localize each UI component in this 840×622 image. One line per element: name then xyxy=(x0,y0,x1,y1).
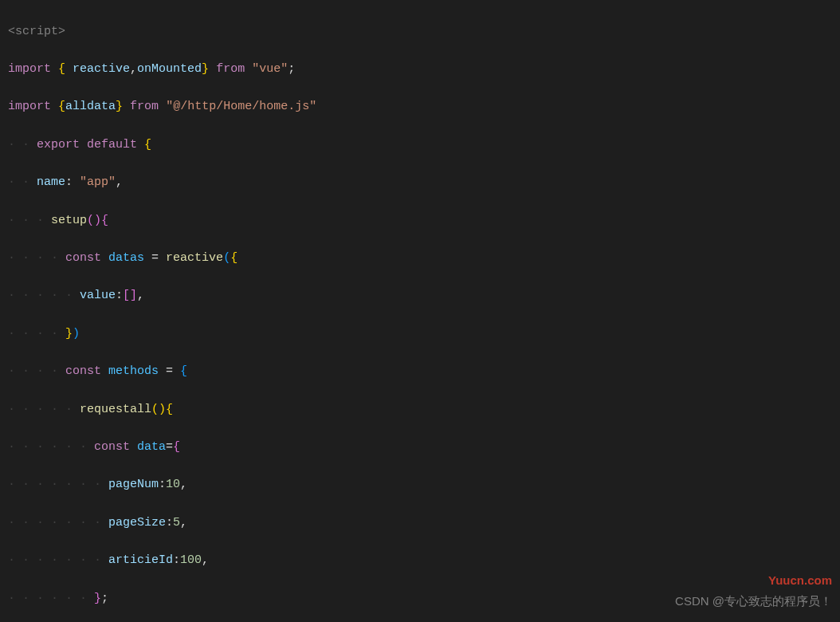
site-watermark: Yuucn.com xyxy=(768,571,832,590)
code-line: · · · · · · · articieId:100, xyxy=(8,551,840,570)
code-line: · · · · const datas = reactive({ xyxy=(8,249,840,268)
code-line: · · · setup(){ xyxy=(8,211,840,230)
code-editor[interactable]: <script> import { reactive,onMounted} fr… xyxy=(0,0,840,622)
code-line: · · · · const methods = { xyxy=(8,362,840,381)
csdn-watermark: CSDN @专心致志的程序员！ xyxy=(675,592,832,611)
code-line: · · · · · value:[], xyxy=(8,286,840,305)
code-line: · · name: "app", xyxy=(8,173,840,192)
code-line: · · · · · · · pageSize:5, xyxy=(8,514,840,533)
code-line: · · export default { xyxy=(8,136,840,155)
code-line: · · · · · · · pageNum:10, xyxy=(8,475,840,494)
code-line: · · · · · requestall(){ xyxy=(8,400,840,419)
code-line: import { reactive,onMounted} from "vue"; xyxy=(8,60,840,79)
code-line: · · · · }) xyxy=(8,325,840,344)
code-line: · · · · · · const data={ xyxy=(8,438,840,457)
code-line: <script> xyxy=(8,22,840,41)
code-line: import {alldata} from "@/http/Home/home.… xyxy=(8,97,840,116)
